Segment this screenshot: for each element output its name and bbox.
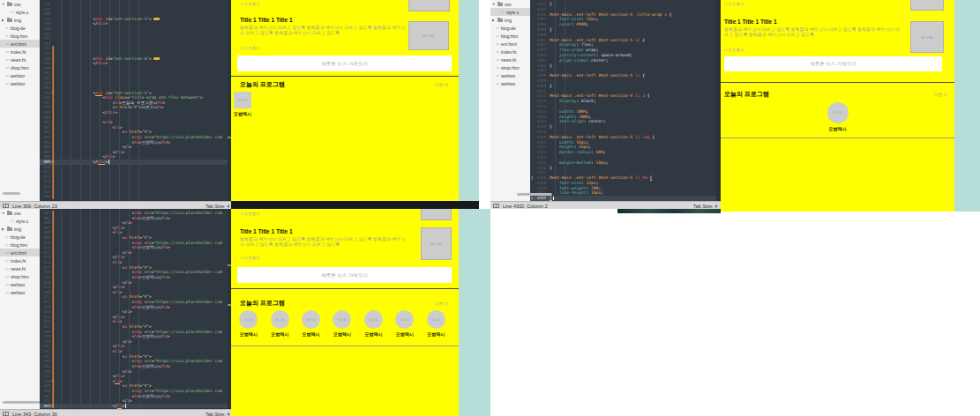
file-name: index.ht: [11, 258, 26, 264]
sidebar-item-blog-de[interactable]: <>blog-de: [0, 233, 40, 241]
sidebar-item-index.ht[interactable]: <>index.ht: [0, 48, 40, 56]
article-source: 스포츠동아: [724, 48, 744, 52]
code-text: }: [550, 63, 552, 69]
html-file-icon: <>: [5, 49, 9, 54]
sidebar-item-news.ht[interactable]: <>news.ht: [0, 56, 40, 63]
sidebar-item-blog.htm[interactable]: <>blog.htm: [490, 32, 530, 40]
sidebar-item-index.ht[interactable]: <>index.ht: [0, 256, 40, 264]
layout-icon[interactable]: [3, 412, 9, 416]
chevron-down-icon[interactable]: ▼: [2, 212, 5, 215]
sidebar-item-style.c[interactable]: /*style.c: [490, 8, 530, 16]
sidebar-item-webtoo[interactable]: <>webtoo: [490, 79, 530, 87]
code-text: color: #999;: [550, 22, 588, 27]
article-title[interactable]: Title 1 Title 1 Title 1: [724, 19, 777, 25]
sidebar-item-blog.htm[interactable]: <>blog.htm: [0, 32, 40, 40]
sidebar-item-shop.htm[interactable]: <>shop.htm: [0, 63, 40, 71]
html-file-icon: <>: [5, 33, 9, 38]
sidebar-item-img[interactable]: ▶img: [0, 16, 40, 24]
program-item[interactable]: 55 x 55모범택시: [298, 310, 325, 337]
placeholder-text: 55 x 55: [307, 318, 316, 322]
html-file-icon: <>: [5, 81, 9, 85]
program-item[interactable]: 55 x 55모범택시: [827, 102, 849, 131]
more-link[interactable]: 더보기: [435, 82, 448, 87]
sidebar-item-shop.htm[interactable]: <>shop.htm: [490, 63, 530, 71]
sidebar-item-news.ht[interactable]: <>news.ht: [490, 56, 530, 63]
more-link[interactable]: 더보기: [435, 301, 448, 306]
code-editor[interactable]: 178179180216 <div id="ent-section-3">229…: [40, 0, 228, 201]
folded-code-marker[interactable]: [153, 57, 160, 61]
status-tab-size[interactable]: Tab Size: 4: [206, 204, 229, 209]
chevron-right-icon[interactable]: ▶: [492, 19, 496, 22]
file-name: webtoo: [11, 290, 25, 295]
layout-icon[interactable]: [3, 204, 9, 208]
program-item[interactable]: 55 x 55모범택시: [234, 92, 251, 116]
chevron-down-icon[interactable]: ▼: [2, 3, 5, 6]
article-source: 스포츠동아: [240, 46, 260, 50]
program-image-placeholder: 55 x 55: [395, 310, 414, 329]
program-item[interactable]: 55 x 55모범택시: [266, 310, 293, 337]
sidebar-scrollbar[interactable]: [3, 192, 20, 195]
program-item[interactable]: 55 x 55모범택시: [392, 310, 418, 337]
sidebar-item-blog-de[interactable]: <>blog-de: [0, 24, 40, 32]
code-line-316[interactable]: 316: [40, 194, 228, 199]
chevron-right-icon[interactable]: ▶: [2, 227, 5, 231]
program-item[interactable]: 55 x 55모범택시: [423, 310, 449, 337]
sidebar-item-css[interactable]: ▼css: [0, 0, 40, 8]
sidebar-item-index.ht[interactable]: <>index.ht: [490, 48, 530, 56]
folded-code-marker[interactable]: [153, 18, 160, 21]
sidebar-item-css[interactable]: ▼css: [0, 209, 40, 217]
status-tab-size[interactable]: Tab Size: 4: [206, 412, 229, 416]
file-tree-sidebar[interactable]: ▼css/*style.c▶img<>blog-de<>blog.htm<>en…: [0, 209, 40, 409]
fetch-news-button[interactable]: 새로운 뉴스 가져오기: [237, 267, 452, 283]
sidebar-item-css[interactable]: ▼css: [490, 0, 530, 8]
sidebar-item-ent.html[interactable]: <>ent.html: [490, 40, 530, 48]
sidebar-item-img[interactable]: ▶img: [490, 16, 530, 24]
program-item[interactable]: 55 x 55모범택시: [236, 310, 262, 337]
file-name: webtoo: [11, 73, 25, 78]
file-tree-sidebar[interactable]: ▼css/*style.c▶img<>blog-de<>blog.htm<>en…: [0, 0, 40, 201]
browser-preview: 스포츠동아 Title 1 Title 1 Title 1 동해물과 백두산이 …: [721, 0, 954, 212]
placeholder-text: 55 x 55: [275, 318, 284, 322]
code-editor[interactable]: 4294}42954296#ent-main .ent-left #ent-se…: [530, 0, 716, 201]
status-tab-size[interactable]: Tab Size: 4: [693, 204, 717, 209]
program-image-placeholder: 55 x 55: [364, 310, 383, 329]
sidebar-item-style.c[interactable]: /*style.c: [0, 8, 40, 16]
sidebar-item-webtoo[interactable]: <>webtoo: [0, 79, 40, 87]
sidebar-item-ent.html[interactable]: <>ent.html: [0, 249, 40, 256]
sidebar-item-webtoo[interactable]: <>webtoo: [0, 288, 40, 296]
sidebar-item-img[interactable]: ▶img: [0, 225, 40, 233]
desktop-background: [459, 209, 490, 416]
line-number: 343▶: [40, 404, 54, 409]
article-title[interactable]: Title 1 Title 1 Title 1: [240, 228, 293, 234]
file-name: webtoo: [501, 81, 515, 86]
html-file-icon: <>: [496, 33, 499, 38]
fetch-news-button[interactable]: 새로운 뉴스 가져오기: [237, 56, 452, 71]
code-line-343[interactable]: 343▶ </li>: [40, 404, 228, 409]
sidebar-item-webtoo[interactable]: <>webtoo: [490, 71, 530, 79]
code-editor[interactable]: 304 <img src="https://via.placeholder.co…: [40, 209, 228, 409]
sidebar-item-ent.html[interactable]: <>ent.html: [0, 40, 40, 48]
sidebar-item-blog-de[interactable]: <>blog-de: [490, 24, 530, 32]
sidebar-item-blog.htm[interactable]: <>blog.htm: [0, 241, 40, 249]
sidebar-item-shop.htm[interactable]: <>shop.htm: [0, 272, 40, 280]
chevron-down-icon[interactable]: ▼: [492, 3, 496, 6]
sidebar-item-news.ht[interactable]: <>news.ht: [0, 264, 40, 272]
file-name: blog.htm: [11, 242, 27, 248]
file-tree-sidebar[interactable]: ▼css/*style.c▶img<>blog-de<>blog.htm<>en…: [490, 0, 530, 201]
article-title[interactable]: Title 1 Title 1 Title 1: [240, 17, 293, 23]
file-name: img: [14, 227, 21, 232]
sidebar-item-webtoo[interactable]: <>webtoo: [0, 280, 40, 288]
program-item[interactable]: 55 x 55모범택시: [329, 310, 355, 337]
css-file-icon: /*: [11, 219, 14, 223]
fetch-news-button[interactable]: 새로운 뉴스 가져오기: [724, 56, 942, 71]
more-link[interactable]: 더보기: [934, 92, 947, 97]
editor-scrollbar[interactable]: [517, 193, 552, 196]
file-name: style.c: [16, 10, 28, 15]
article-image-placeholder: 80 x 80: [408, 21, 449, 50]
text-cursor: [553, 197, 554, 201]
sidebar-item-style.c[interactable]: /*style.c: [0, 217, 40, 225]
program-item[interactable]: 55 x 55모범택시: [360, 310, 386, 337]
chevron-right-icon[interactable]: ▶: [2, 19, 5, 22]
layout-icon[interactable]: [493, 204, 499, 208]
sidebar-item-webtoo[interactable]: <>webtoo: [0, 71, 40, 79]
